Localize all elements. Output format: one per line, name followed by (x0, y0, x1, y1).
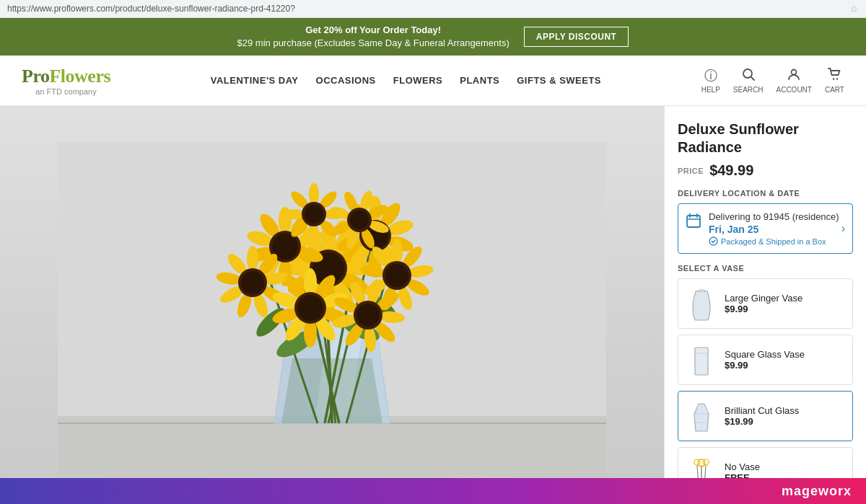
price-label: PRICE (678, 167, 704, 175)
header: ProFlowers an FTD company VALENTINE'S DA… (0, 56, 866, 106)
vase-name-brilliant-cut: Brilliant Cut Glass (725, 405, 845, 416)
svg-point-118 (305, 205, 323, 224)
right-panel: Deluxe Sunflower Radiance PRICE $49.99 D… (664, 106, 866, 504)
mageworx-bar: mageworx (0, 478, 866, 504)
help-button[interactable]: ⓘ HELP (701, 67, 720, 94)
bookmark-icon[interactable]: ☆ (849, 3, 859, 14)
nav-flowers[interactable]: FLOWERS (393, 75, 443, 86)
svg-point-109 (309, 183, 319, 205)
promo-line2: $29 min purchase (Excludes Same Day & Fu… (237, 37, 509, 48)
price-value: $49.99 (709, 162, 753, 179)
vase-price-large-ginger: $9.99 (725, 304, 845, 314)
delivery-section-label: DELIVERY LOCATION & DATE (678, 189, 853, 198)
search-label: SEARCH (733, 86, 764, 94)
nav-gifts-sweets[interactable]: GIFTS & SWEETS (517, 75, 601, 86)
vase-name-large-ginger: Large Ginger Vase (725, 293, 845, 304)
help-label: HELP (701, 86, 720, 94)
product-image-area (0, 106, 664, 504)
vase-price-brilliant-cut: $19.99 (725, 416, 845, 427)
delivery-to: Delivering to 91945 (residence) (709, 211, 845, 222)
cart-button[interactable]: CART (825, 68, 844, 94)
promo-banner: Get 20% off Your Order Today! $29 min pu… (0, 18, 866, 56)
url-text: https://www.proflowers.com/product/delux… (7, 4, 295, 14)
promo-text: Get 20% off Your Order Today! $29 min pu… (237, 24, 509, 50)
search-button[interactable]: SEARCH (733, 68, 764, 94)
vase-option-brilliant-cut[interactable]: Brilliant Cut Glass $19.99 (678, 391, 853, 441)
promo-line1: Get 20% off Your Order Today! (305, 25, 441, 35)
search-icon (742, 68, 755, 84)
delivery-ship: Packaged & Shipped in a Box (709, 236, 845, 246)
svg-point-113 (309, 224, 319, 245)
main-nav: VALENTINE'S DAY OCCASIONS FLOWERS PLANTS… (211, 75, 601, 86)
vase-option-square-glass[interactable]: Square Glass Vase $9.99 (678, 335, 853, 385)
vase-image-large-ginger (686, 285, 717, 322)
product-title: Deluxe Sunflower Radiance (678, 120, 853, 156)
nav-actions: ⓘ HELP SEARCH ACCOUNT CART (701, 67, 844, 94)
svg-point-64 (247, 246, 258, 272)
help-icon: ⓘ (704, 67, 717, 84)
vase-option-large-ginger[interactable]: Large Ginger Vase $9.99 (678, 278, 853, 329)
main-content: Deluxe Sunflower Radiance PRICE $49.99 D… (0, 106, 866, 504)
account-button[interactable]: ACCOUNT (776, 68, 811, 94)
cart-label: CART (825, 86, 844, 94)
svg-point-74 (241, 271, 264, 294)
svg-point-97 (297, 295, 323, 321)
logo[interactable]: ProFlowers an FTD company (22, 66, 110, 96)
svg-point-147 (703, 459, 709, 465)
vase-details-large-ginger: Large Ginger Vase $9.99 (725, 293, 845, 314)
apply-discount-button[interactable]: APPLY DISCOUNT (524, 27, 629, 47)
account-label: ACCOUNT (776, 86, 811, 94)
svg-point-75 (391, 239, 403, 265)
svg-point-2 (792, 69, 797, 74)
delivery-info: Delivering to 91945 (residence) Fri, Jan… (709, 211, 845, 246)
svg-point-133 (709, 237, 717, 245)
cart-icon (828, 68, 841, 84)
svg-point-0 (743, 69, 752, 78)
vase-price-square-glass: $9.99 (725, 360, 845, 371)
vase-details-square-glass: Square Glass Vase $9.99 (725, 349, 845, 371)
svg-rect-134 (695, 348, 708, 375)
price-row: PRICE $49.99 (678, 162, 853, 179)
mageworx-logo: mageworx (782, 484, 852, 499)
calendar-icon (686, 213, 701, 232)
vase-section-label: SELECT A VASE (678, 264, 853, 273)
url-bar: https://www.proflowers.com/product/delux… (0, 0, 866, 18)
product-image (0, 106, 664, 504)
logo-sub: an FTD company (35, 87, 96, 96)
svg-line-1 (751, 77, 754, 80)
account-icon (787, 68, 800, 84)
delivery-box[interactable]: Delivering to 91945 (residence) Fri, Jan… (678, 203, 853, 254)
vase-name-no-vase: No Vase (725, 461, 845, 472)
vase-image-square-glass (686, 341, 717, 379)
nav-valentines-day[interactable]: VALENTINE'S DAY (211, 75, 299, 86)
nav-occasions[interactable]: OCCASIONS (316, 75, 376, 86)
chevron-right-icon: › (841, 222, 845, 235)
vase-name-square-glass: Square Glass Vase (725, 349, 845, 360)
svg-point-3 (833, 78, 834, 79)
svg-point-128 (350, 211, 369, 229)
svg-point-146 (694, 459, 700, 465)
product-image-svg (58, 142, 606, 495)
nav-plants[interactable]: PLANTS (460, 75, 499, 86)
vase-details-brilliant-cut: Brilliant Cut Glass $19.99 (725, 405, 845, 427)
logo-text: ProFlowers (22, 66, 110, 87)
svg-rect-129 (687, 216, 700, 227)
svg-point-115 (283, 209, 305, 219)
delivery-date: Fri, Jan 25 (709, 224, 845, 235)
svg-point-85 (385, 264, 408, 287)
svg-point-4 (836, 78, 838, 79)
svg-point-108 (357, 304, 380, 327)
vase-image-brilliant-cut (686, 397, 717, 435)
